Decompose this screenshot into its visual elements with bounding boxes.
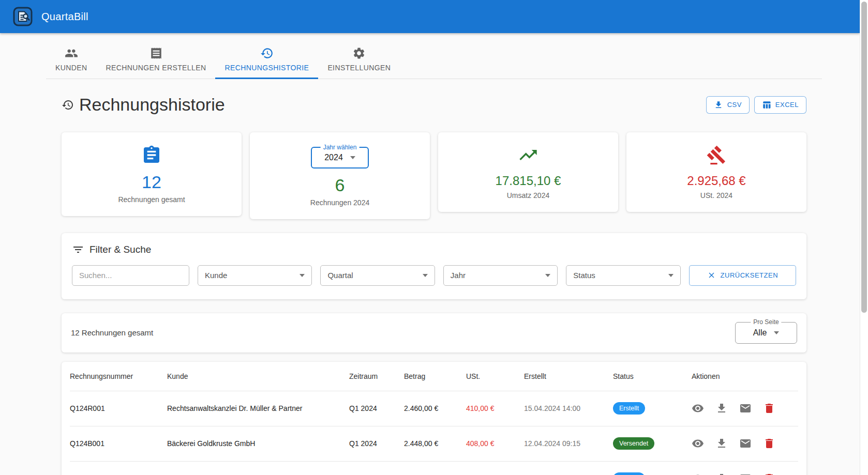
invoice-amount: 2.448,00 €: [404, 439, 466, 448]
export-excel-label: EXCEL: [775, 101, 799, 109]
page-scrollbar[interactable]: [860, 0, 868, 475]
mail-icon: [739, 472, 752, 475]
delete-invoice-button[interactable]: [763, 402, 775, 415]
download-invoice-button[interactable]: [715, 402, 728, 415]
quarter-select[interactable]: Quartal: [320, 265, 435, 286]
table-row: Q124B001 Bäckerei Goldkruste GmbH Q1 202…: [70, 426, 798, 462]
reset-filters-button[interactable]: ZURÜCKSETZEN: [689, 265, 796, 286]
invoice-vat: 410,00 €: [466, 404, 524, 412]
stat-revenue-label: Umsatz 2024: [446, 191, 610, 200]
per-page-select[interactable]: Pro Seite Alle: [735, 322, 797, 344]
tab-label: RECHNUNGEN ERSTELLEN: [106, 64, 206, 72]
stat-total-label: Rechnungen gesamt: [70, 195, 233, 204]
app-title: QuartaBill: [41, 11, 88, 23]
trash-icon: [763, 472, 775, 475]
invoice-customer: Bäckerei Goldkruste GmbH: [167, 439, 349, 448]
year-filter-select[interactable]: Jahr: [443, 265, 558, 286]
search-input[interactable]: [72, 265, 189, 286]
mail-icon: [739, 402, 752, 415]
summary-count-text: 12 Rechnungen gesamt: [71, 328, 153, 337]
view-invoice-button[interactable]: [692, 472, 704, 475]
chevron-down-icon: [774, 331, 779, 334]
stat-year-value: 6: [258, 175, 422, 196]
invoice-number: Q124R001: [70, 404, 167, 412]
summary-card: 12 Rechnungen gesamt Pro Seite Alle: [62, 313, 806, 353]
download-icon: [714, 100, 723, 110]
trending-up-icon: [518, 145, 538, 165]
stat-vat-label: USt. 2024: [635, 191, 798, 200]
invoice-number: Q124B001: [70, 439, 167, 448]
gear-icon: [352, 47, 366, 60]
stat-total-value: 12: [70, 172, 233, 193]
tab-rechnungshistorie[interactable]: RECHNUNGSHISTORIE: [215, 41, 318, 79]
stat-card-year: Jahr wählen 2024 6 Rechnungen 2024: [250, 132, 430, 219]
trash-icon: [763, 402, 775, 415]
status-select[interactable]: Status: [566, 265, 680, 286]
chevron-down-icon: [300, 274, 305, 277]
col-amount: Betrag: [404, 372, 466, 380]
col-vat: USt.: [466, 372, 524, 380]
view-invoice-button[interactable]: [692, 402, 704, 415]
table-row: Q124S001 StartUp Innovations e.U. Q1 202…: [70, 462, 798, 475]
tab-rechnungen-erstellen[interactable]: RECHNUNGEN ERSTELLEN: [97, 41, 216, 79]
tab-label: EINSTELLUNGEN: [327, 64, 391, 72]
invoice-table: Rechnungsnummer Kunde Zeitraum Betrag US…: [62, 362, 806, 475]
stat-card-vat: 2.925,68 € USt. 2024: [626, 132, 806, 212]
download-icon: [715, 402, 728, 415]
export-csv-label: CSV: [727, 101, 742, 109]
quarter-select-label: Quartal: [327, 271, 353, 280]
view-invoice-button[interactable]: [692, 437, 704, 450]
delete-invoice-button[interactable]: [763, 472, 775, 475]
clipboard-icon: [141, 145, 162, 165]
customer-select-label: Kunde: [205, 271, 227, 280]
filter-icon: [72, 243, 84, 256]
tab-kunden[interactable]: KUNDEN: [46, 41, 97, 79]
page-title: Rechnungshistorie: [79, 95, 225, 115]
year-select[interactable]: Jahr wählen 2024: [311, 147, 369, 168]
invoice-created: 12.04.2024 09:15: [524, 439, 613, 448]
receipt-icon: [149, 47, 163, 60]
col-customer: Kunde: [167, 372, 349, 380]
stat-revenue-value: 17.815,10 €: [446, 174, 610, 189]
export-excel-button[interactable]: EXCEL: [754, 96, 806, 114]
customer-select[interactable]: Kunde: [198, 265, 312, 286]
col-actions: Aktionen: [692, 372, 798, 380]
download-invoice-button[interactable]: [715, 437, 728, 450]
chevron-down-icon: [668, 274, 674, 277]
stat-card-total: 12 Rechnungen gesamt: [62, 132, 242, 216]
main-tabs: KUNDEN RECHNUNGEN ERSTELLEN RECHNUNGSHIS…: [46, 41, 822, 79]
stat-year-label: Rechnungen 2024: [258, 198, 422, 207]
invoice-amount: 2.460,00 €: [404, 404, 466, 412]
table-row: Q124R001 Rechtsanwaltskanzlei Dr. Müller…: [70, 391, 798, 426]
export-csv-button[interactable]: CSV: [706, 96, 750, 114]
email-invoice-button[interactable]: [739, 472, 752, 475]
status-select-label: Status: [573, 271, 595, 280]
invoice-period: Q1 2024: [349, 439, 404, 448]
email-invoice-button[interactable]: [739, 437, 752, 450]
gavel-icon: [706, 145, 727, 165]
page-scrollbar-thumb[interactable]: [861, 2, 867, 313]
invoice-customer: Rechtsanwaltskanzlei Dr. Müller & Partne…: [167, 404, 349, 412]
stat-vat-value: 2.925,68 €: [635, 174, 798, 189]
status-badge: Erstellt: [613, 402, 645, 415]
per-page-select-value: Alle: [753, 328, 767, 338]
chevron-down-icon: [423, 274, 428, 277]
chevron-down-icon: [350, 156, 355, 159]
download-icon: [715, 472, 728, 475]
col-number: Rechnungsnummer: [70, 372, 167, 380]
email-invoice-button[interactable]: [739, 402, 752, 415]
stat-card-revenue: 17.815,10 € Umsatz 2024: [438, 132, 618, 212]
download-invoice-button[interactable]: [715, 472, 728, 475]
history-icon: [260, 47, 274, 60]
status-badge: Erstellt: [613, 472, 645, 475]
delete-invoice-button[interactable]: [763, 437, 775, 450]
app-logo-icon: [12, 6, 33, 27]
trash-icon: [763, 437, 775, 450]
col-period: Zeitraum: [349, 372, 404, 380]
mail-icon: [739, 437, 752, 450]
table-icon: [762, 100, 771, 110]
tab-einstellungen[interactable]: EINSTELLUNGEN: [318, 41, 400, 79]
download-icon: [715, 437, 728, 450]
history-icon: [62, 99, 74, 111]
tab-label: KUNDEN: [55, 64, 87, 72]
